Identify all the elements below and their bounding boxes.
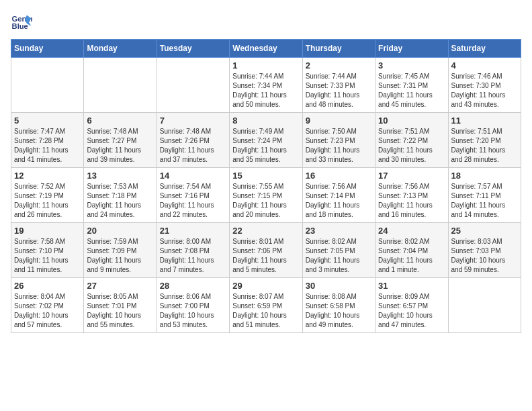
day-info: Sunrise: 7:55 AM Sunset: 7:15 PM Dayligh… <box>232 182 299 220</box>
day-info: Sunrise: 7:51 AM Sunset: 7:20 PM Dayligh… <box>451 127 518 165</box>
calendar-cell: 3Sunrise: 7:45 AM Sunset: 7:31 PM Daylig… <box>375 58 448 113</box>
day-number: 20 <box>87 226 153 236</box>
day-number: 25 <box>451 226 518 236</box>
page-header: General Blue <box>11 11 521 32</box>
day-number: 23 <box>306 226 372 236</box>
day-number: 27 <box>87 281 153 291</box>
calendar-cell: 11Sunrise: 7:51 AM Sunset: 7:20 PM Dayli… <box>448 113 521 168</box>
day-info: Sunrise: 7:48 AM Sunset: 7:26 PM Dayligh… <box>160 127 226 165</box>
calendar-cell: 30Sunrise: 8:08 AM Sunset: 6:58 PM Dayli… <box>302 278 375 333</box>
day-info: Sunrise: 8:07 AM Sunset: 6:59 PM Dayligh… <box>232 292 299 330</box>
calendar-cell: 16Sunrise: 7:56 AM Sunset: 7:14 PM Dayli… <box>302 168 375 223</box>
calendar-cell <box>448 278 521 333</box>
calendar-cell: 2Sunrise: 7:44 AM Sunset: 7:33 PM Daylig… <box>302 58 375 113</box>
day-info: Sunrise: 7:53 AM Sunset: 7:18 PM Dayligh… <box>87 182 153 220</box>
day-number: 29 <box>232 281 299 291</box>
day-info: Sunrise: 7:58 AM Sunset: 7:10 PM Dayligh… <box>14 237 81 275</box>
day-info: Sunrise: 8:02 AM Sunset: 7:04 PM Dayligh… <box>378 237 445 275</box>
day-info: Sunrise: 7:48 AM Sunset: 7:27 PM Dayligh… <box>87 127 153 165</box>
day-number: 21 <box>160 226 226 236</box>
day-number: 15 <box>232 171 299 181</box>
calendar-cell: 26Sunrise: 8:04 AM Sunset: 7:02 PM Dayli… <box>11 278 84 333</box>
day-number: 12 <box>14 171 81 181</box>
calendar-week-row: 19Sunrise: 7:58 AM Sunset: 7:10 PM Dayli… <box>11 223 521 278</box>
day-info: Sunrise: 8:01 AM Sunset: 7:06 PM Dayligh… <box>232 237 299 275</box>
day-header-thursday: Thursday <box>302 40 375 58</box>
day-info: Sunrise: 7:59 AM Sunset: 7:09 PM Dayligh… <box>87 237 153 275</box>
day-info: Sunrise: 7:44 AM Sunset: 7:34 PM Dayligh… <box>232 72 299 109</box>
day-number: 8 <box>232 116 299 126</box>
day-number: 19 <box>14 226 81 236</box>
calendar-cell: 5Sunrise: 7:47 AM Sunset: 7:28 PM Daylig… <box>11 113 84 168</box>
day-number: 28 <box>160 281 226 291</box>
day-info: Sunrise: 8:00 AM Sunset: 7:08 PM Dayligh… <box>160 237 226 275</box>
day-info: Sunrise: 7:57 AM Sunset: 7:11 PM Dayligh… <box>451 182 518 220</box>
day-info: Sunrise: 8:05 AM Sunset: 7:01 PM Dayligh… <box>87 292 153 330</box>
calendar-week-row: 12Sunrise: 7:52 AM Sunset: 7:19 PM Dayli… <box>11 168 521 223</box>
day-number: 9 <box>306 116 372 126</box>
calendar-cell: 4Sunrise: 7:46 AM Sunset: 7:30 PM Daylig… <box>448 58 521 113</box>
calendar-cell: 18Sunrise: 7:57 AM Sunset: 7:11 PM Dayli… <box>448 168 521 223</box>
day-info: Sunrise: 7:49 AM Sunset: 7:24 PM Dayligh… <box>232 127 299 165</box>
day-number: 24 <box>378 226 445 236</box>
calendar-cell: 21Sunrise: 8:00 AM Sunset: 7:08 PM Dayli… <box>157 223 229 278</box>
day-number: 17 <box>378 171 445 181</box>
day-number: 13 <box>87 171 153 181</box>
day-number: 26 <box>14 281 81 291</box>
day-header-friday: Friday <box>375 40 448 58</box>
logo-icon: General Blue <box>11 11 32 32</box>
day-number: 7 <box>160 116 226 126</box>
calendar-week-row: 26Sunrise: 8:04 AM Sunset: 7:02 PM Dayli… <box>11 278 521 333</box>
day-number: 3 <box>378 60 445 71</box>
day-info: Sunrise: 7:56 AM Sunset: 7:13 PM Dayligh… <box>378 182 445 220</box>
day-info: Sunrise: 8:03 AM Sunset: 7:03 PM Dayligh… <box>451 237 518 275</box>
calendar-cell: 24Sunrise: 8:02 AM Sunset: 7:04 PM Dayli… <box>375 223 448 278</box>
day-number: 18 <box>451 171 518 181</box>
calendar-cell: 1Sunrise: 7:44 AM Sunset: 7:34 PM Daylig… <box>230 58 302 113</box>
calendar-cell: 29Sunrise: 8:07 AM Sunset: 6:59 PM Dayli… <box>230 278 302 333</box>
day-info: Sunrise: 7:44 AM Sunset: 7:33 PM Dayligh… <box>306 72 372 109</box>
day-header-tuesday: Tuesday <box>157 40 229 58</box>
calendar-cell: 6Sunrise: 7:48 AM Sunset: 7:27 PM Daylig… <box>84 113 157 168</box>
day-info: Sunrise: 7:52 AM Sunset: 7:19 PM Dayligh… <box>14 182 81 220</box>
day-info: Sunrise: 8:08 AM Sunset: 6:58 PM Dayligh… <box>306 292 372 330</box>
calendar-cell: 31Sunrise: 8:09 AM Sunset: 6:57 PM Dayli… <box>375 278 448 333</box>
calendar-header-row: SundayMondayTuesdayWednesdayThursdayFrid… <box>11 40 521 58</box>
day-number: 16 <box>306 171 372 181</box>
day-number: 30 <box>306 281 372 291</box>
day-number: 4 <box>451 60 518 71</box>
calendar-cell <box>11 58 84 113</box>
calendar-cell: 7Sunrise: 7:48 AM Sunset: 7:26 PM Daylig… <box>157 113 229 168</box>
day-number: 6 <box>87 116 153 126</box>
day-info: Sunrise: 8:02 AM Sunset: 7:05 PM Dayligh… <box>306 237 372 275</box>
day-info: Sunrise: 7:47 AM Sunset: 7:28 PM Dayligh… <box>14 127 81 165</box>
calendar-cell <box>157 58 229 113</box>
day-number: 31 <box>378 281 445 291</box>
calendar-cell: 15Sunrise: 7:55 AM Sunset: 7:15 PM Dayli… <box>230 168 302 223</box>
day-header-wednesday: Wednesday <box>230 40 302 58</box>
day-info: Sunrise: 7:56 AM Sunset: 7:14 PM Dayligh… <box>306 182 372 220</box>
calendar-cell: 19Sunrise: 7:58 AM Sunset: 7:10 PM Dayli… <box>11 223 84 278</box>
calendar-cell: 22Sunrise: 8:01 AM Sunset: 7:06 PM Dayli… <box>230 223 302 278</box>
day-info: Sunrise: 7:50 AM Sunset: 7:23 PM Dayligh… <box>306 127 372 165</box>
calendar-cell: 25Sunrise: 8:03 AM Sunset: 7:03 PM Dayli… <box>448 223 521 278</box>
calendar-week-row: 5Sunrise: 7:47 AM Sunset: 7:28 PM Daylig… <box>11 113 521 168</box>
calendar-cell: 12Sunrise: 7:52 AM Sunset: 7:19 PM Dayli… <box>11 168 84 223</box>
day-number: 10 <box>378 116 445 126</box>
day-number: 2 <box>306 60 372 71</box>
calendar-cell: 27Sunrise: 8:05 AM Sunset: 7:01 PM Dayli… <box>84 278 157 333</box>
day-number: 5 <box>14 116 81 126</box>
calendar-week-row: 1Sunrise: 7:44 AM Sunset: 7:34 PM Daylig… <box>11 58 521 113</box>
calendar-cell: 9Sunrise: 7:50 AM Sunset: 7:23 PM Daylig… <box>302 113 375 168</box>
day-info: Sunrise: 7:46 AM Sunset: 7:30 PM Dayligh… <box>451 72 518 109</box>
svg-text:Blue: Blue <box>12 22 28 30</box>
calendar-cell: 17Sunrise: 7:56 AM Sunset: 7:13 PM Dayli… <box>375 168 448 223</box>
calendar-cell <box>84 58 157 113</box>
calendar-cell: 14Sunrise: 7:54 AM Sunset: 7:16 PM Dayli… <box>157 168 229 223</box>
logo: General Blue <box>11 11 35 32</box>
day-info: Sunrise: 8:09 AM Sunset: 6:57 PM Dayligh… <box>378 292 445 330</box>
day-header-sunday: Sunday <box>11 40 84 58</box>
calendar-cell: 28Sunrise: 8:06 AM Sunset: 7:00 PM Dayli… <box>157 278 229 333</box>
day-number: 1 <box>232 60 299 71</box>
day-number: 11 <box>451 116 518 126</box>
